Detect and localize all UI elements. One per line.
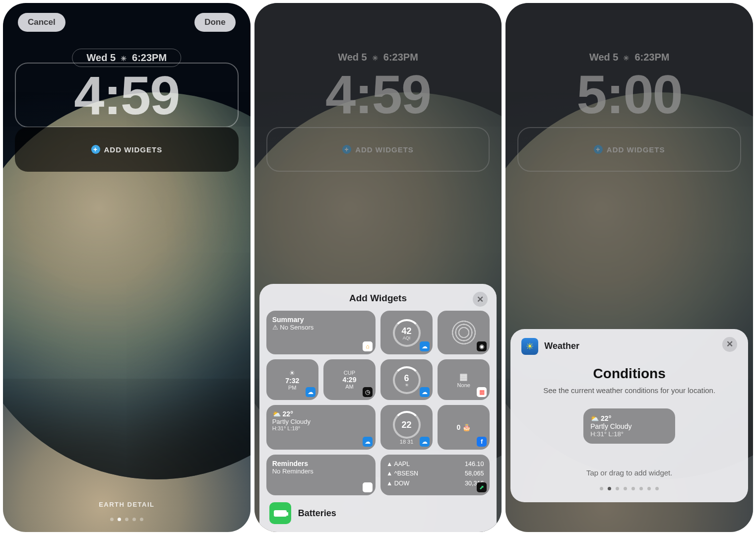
stock-symbol: ▲ DOW xyxy=(386,479,409,488)
hi-lo: H:31° L:18° xyxy=(590,430,668,438)
hi-lo: H:31° L:18° xyxy=(272,425,370,431)
reminders-app-icon: ☰ xyxy=(363,482,373,492)
calendar-widget[interactable]: ▦ None ▦ xyxy=(438,359,490,400)
close-button[interactable]: ✕ xyxy=(473,292,488,307)
edit-toolbar: Cancel Done xyxy=(3,13,251,32)
city-clock-widget[interactable]: CUP 4:29 AM ◷ xyxy=(323,359,376,400)
aqi-widget[interactable]: 42 AQI ☁ xyxy=(380,311,433,354)
add-widgets-label: ADD WIDGETS xyxy=(607,145,665,154)
stocks-app-icon: ⬈ xyxy=(477,482,487,492)
date-label: Wed 5 xyxy=(87,52,116,64)
home-app-icon: ⌂ xyxy=(363,341,373,351)
plus-icon: + xyxy=(342,145,351,154)
clock-app-icon: ◷ xyxy=(363,387,373,397)
batteries-category-row[interactable]: Batteries xyxy=(266,495,490,527)
clock-time: 5:00 xyxy=(505,63,753,126)
stocks-widget[interactable]: ▲ AAPL146.10 ▲ ^BSESN58,065 ▲ DOW30,316 … xyxy=(380,455,490,495)
stock-value: 146.10 xyxy=(465,460,484,469)
add-widgets-label: ADD WIDGETS xyxy=(104,145,163,154)
page-dots[interactable] xyxy=(3,518,251,521)
clock-time: 4:59 xyxy=(254,63,502,126)
screenshot-panel-1: Cancel Done Wed 5 6:23PM 4:59 + ADD WIDG… xyxy=(3,3,251,532)
calendar-icon: ▦ xyxy=(459,371,468,382)
add-widgets-button: + ADD WIDGETS xyxy=(517,127,741,172)
wallpaper-name: EARTH DETAIL xyxy=(3,501,251,508)
screenshot-panel-2: Wed 5 6:23PM 4:59 + ADD WIDGETS Add Widg… xyxy=(254,3,502,532)
world-clock-widget[interactable]: ☀ 7:32 PM ☁ xyxy=(266,359,318,400)
condition: Partly Cloudy xyxy=(272,418,370,425)
sunset-time: 6:23PM xyxy=(383,52,418,63)
uv-index-widget[interactable]: 6 ☀ ☁ xyxy=(380,359,433,400)
uv-gauge: 6 ☀ xyxy=(393,366,421,394)
aqi-gauge: 42 AQI xyxy=(393,319,421,347)
widget-suggestions-grid: Summary ⚠ No Sensors ⌂ 42 AQI ☁ ◉ ☀ 7:32… xyxy=(266,311,490,495)
widget-subtitle: ⚠ No Sensors xyxy=(272,324,370,331)
temp-gauge: 22 xyxy=(393,411,421,439)
sheet-title: Add Widgets xyxy=(349,293,407,304)
facebook-app-icon: f xyxy=(477,437,487,447)
screenshot-panel-3: Wed 5 6:23PM 5:00 + ADD WIDGETS ☀ Weathe… xyxy=(505,3,753,532)
city-code: CUP xyxy=(344,370,355,376)
weather-app-icon: ☁ xyxy=(420,437,430,447)
widget-subtitle: No Reminders xyxy=(272,468,370,475)
activity-rings-icon xyxy=(450,319,478,346)
clock-time[interactable]: 4:59 xyxy=(15,63,239,128)
calendar-label: None xyxy=(457,382,470,388)
widget-preview[interactable]: ⛅ 22° Partly Cloudy H:31° L:18° xyxy=(583,408,675,444)
sunrise-icon xyxy=(623,52,630,63)
sunrise-icon xyxy=(372,52,378,63)
temperature-range-widget[interactable]: 22 18 31 ☁ xyxy=(380,405,433,450)
weather-app-icon: ☀ xyxy=(521,338,538,355)
stock-value: 58,065 xyxy=(465,469,484,478)
add-widgets-sheet: Add Widgets ✕ Summary ⚠ No Sensors ⌂ 42 … xyxy=(259,284,497,532)
date-label: Wed 5 xyxy=(338,52,367,63)
weather-widget-sheet: ☀ Weather ✕ Conditions See the current w… xyxy=(510,329,748,502)
add-widgets-button: + ADD WIDGETS xyxy=(266,127,490,172)
widget-style-description: See the current weather conditions for y… xyxy=(536,386,722,396)
sunset-time: 6:23PM xyxy=(634,52,669,63)
stock-symbol: ▲ AAPL xyxy=(386,460,410,469)
home-summary-widget[interactable]: Summary ⚠ No Sensors ⌂ xyxy=(266,311,376,354)
birthdays-widget[interactable]: 0 🎂 f xyxy=(438,405,490,450)
category-label: Batteries xyxy=(298,508,336,519)
weather-app-icon: ☁ xyxy=(306,387,315,397)
sunrise-icon xyxy=(121,52,127,64)
calendar-app-icon: ▦ xyxy=(477,387,487,397)
temp-range: 18 31 xyxy=(400,439,414,445)
temp: ⛅ 22° xyxy=(590,414,668,422)
sunset-time: 6:23PM xyxy=(132,52,167,64)
widget-style-pager[interactable] xyxy=(521,487,737,490)
stock-symbol: ▲ ^BSESN xyxy=(386,469,418,478)
widget-title: Reminders xyxy=(272,460,370,468)
batteries-icon xyxy=(269,502,291,524)
reminders-widget[interactable]: Reminders No Reminders ☰ xyxy=(266,455,376,495)
plus-icon: + xyxy=(91,145,100,154)
add-widgets-label: ADD WIDGETS xyxy=(355,145,414,154)
widget-style-title: Conditions xyxy=(521,366,737,382)
city-time: 4:29 xyxy=(342,376,356,384)
city-time: 7:32 xyxy=(285,377,299,385)
temp: ⛅ 22° xyxy=(272,410,370,418)
fitness-rings-widget[interactable]: ◉ xyxy=(438,311,490,354)
done-button[interactable]: Done xyxy=(194,13,236,32)
weather-app-icon: ☁ xyxy=(420,341,430,351)
hint-text: Tap or drag to add widget. xyxy=(521,468,737,477)
weather-app-icon: ☁ xyxy=(420,387,430,397)
cancel-button[interactable]: Cancel xyxy=(18,13,65,32)
weather-conditions-widget[interactable]: ⛅ 22° Partly Cloudy H:31° L:18° ☁ xyxy=(266,405,376,450)
widget-title: Summary xyxy=(272,316,370,324)
city-ampm: AM xyxy=(345,384,354,390)
sun-icon: ☀ xyxy=(289,369,295,377)
plus-icon: + xyxy=(594,145,603,154)
city-ampm: PM xyxy=(288,385,297,391)
fitness-app-icon: ◉ xyxy=(477,341,487,351)
close-button[interactable]: ✕ xyxy=(722,337,737,352)
app-name: Weather xyxy=(544,341,579,351)
weather-app-icon: ☁ xyxy=(363,437,373,447)
add-widgets-button[interactable]: + ADD WIDGETS xyxy=(15,127,239,172)
date-label: Wed 5 xyxy=(589,52,619,63)
condition: Partly Cloudy xyxy=(590,422,668,430)
